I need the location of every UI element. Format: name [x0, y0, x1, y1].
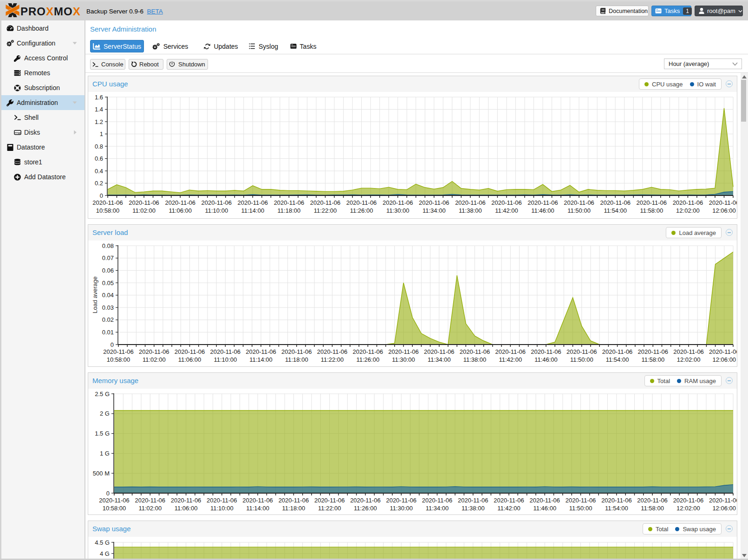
svg-text:11:18:00: 11:18:00	[278, 207, 301, 214]
svg-text:11:42:00: 11:42:00	[495, 207, 518, 214]
svg-text:11:34:00: 11:34:00	[426, 505, 449, 512]
svg-text:11:06:00: 11:06:00	[175, 505, 198, 512]
svg-text:4 G: 4 G	[100, 550, 110, 557]
svg-text:2020-11-06: 2020-11-06	[99, 497, 130, 504]
svg-text:11:02:00: 11:02:00	[138, 505, 162, 512]
svg-text:0.06: 0.06	[102, 267, 114, 274]
svg-text:12:02:00: 12:02:00	[676, 207, 700, 214]
svg-text:12:02:00: 12:02:00	[676, 505, 700, 512]
svg-text:11:42:00: 11:42:00	[499, 356, 522, 363]
svg-text:11:38:00: 11:38:00	[459, 207, 482, 214]
svg-text:2020-11-06: 2020-11-06	[566, 348, 597, 355]
svg-text:11:58:00: 11:58:00	[641, 356, 664, 363]
svg-text:2020-11-06: 2020-11-06	[460, 348, 490, 355]
svg-text:2020-11-06: 2020-11-06	[314, 497, 345, 504]
svg-text:2020-11-06: 2020-11-06	[317, 348, 348, 355]
svg-text:2020-11-06: 2020-11-06	[388, 348, 419, 355]
svg-text:2020-11-06: 2020-11-06	[238, 199, 268, 206]
svg-text:11:58:00: 11:58:00	[640, 207, 663, 214]
svg-text:11:46:00: 11:46:00	[531, 207, 554, 214]
svg-text:0.2: 0.2	[95, 180, 103, 187]
svg-text:2020-11-06: 2020-11-06	[527, 199, 558, 206]
svg-text:11:34:00: 11:34:00	[428, 356, 451, 363]
svg-text:2020-11-06: 2020-11-06	[202, 199, 232, 206]
svg-text:0.05: 0.05	[102, 280, 114, 287]
svg-text:1.4: 1.4	[95, 106, 103, 113]
svg-text:0.08: 0.08	[102, 242, 114, 249]
svg-text:11:10:00: 11:10:00	[210, 505, 234, 512]
svg-text:11:14:00: 11:14:00	[249, 356, 273, 363]
svg-text:2020-11-06: 2020-11-06	[210, 348, 241, 355]
svg-text:11:02:00: 11:02:00	[143, 356, 166, 363]
svg-text:11:22:00: 11:22:00	[321, 356, 344, 363]
svg-text:1: 1	[100, 130, 103, 137]
svg-text:2020-11-06: 2020-11-06	[310, 199, 341, 206]
svg-text:2020-11-06: 2020-11-06	[350, 497, 381, 504]
svg-text:2020-11-06: 2020-11-06	[637, 199, 667, 206]
svg-text:10:58:00: 10:58:00	[96, 207, 120, 214]
svg-text:11:10:00: 11:10:00	[205, 207, 228, 214]
svg-text:11:50:00: 11:50:00	[569, 505, 592, 512]
svg-text:11:14:00: 11:14:00	[246, 505, 269, 512]
svg-text:2020-11-06: 2020-11-06	[564, 199, 594, 206]
svg-text:0.01: 0.01	[102, 329, 114, 336]
svg-text:1.5 G: 1.5 G	[95, 430, 110, 437]
svg-text:2020-11-06: 2020-11-06	[709, 497, 737, 504]
svg-text:0.8: 0.8	[95, 143, 103, 150]
svg-text:11:30:00: 11:30:00	[392, 356, 415, 363]
svg-text:2020-11-06: 2020-11-06	[103, 348, 134, 355]
svg-text:1.6: 1.6	[95, 94, 103, 101]
svg-text:12:06:00: 12:06:00	[712, 356, 736, 363]
svg-text:2020-11-06: 2020-11-06	[494, 497, 524, 504]
svg-text:2020-11-06: 2020-11-06	[353, 348, 384, 355]
svg-text:2020-11-06: 2020-11-06	[207, 497, 237, 504]
svg-text:2020-11-06: 2020-11-06	[455, 199, 486, 206]
svg-text:11:46:00: 11:46:00	[534, 356, 558, 363]
svg-text:11:10:00: 11:10:00	[214, 356, 237, 363]
svg-text:2 G: 2 G	[100, 410, 110, 417]
svg-text:11:30:00: 11:30:00	[390, 505, 413, 512]
svg-text:2020-11-06: 2020-11-06	[383, 199, 413, 206]
svg-text:2020-11-06: 2020-11-06	[709, 348, 737, 355]
svg-text:12:02:00: 12:02:00	[677, 356, 701, 363]
svg-text:2020-11-06: 2020-11-06	[422, 497, 453, 504]
svg-text:2020-11-06: 2020-11-06	[491, 199, 522, 206]
svg-text:2020-11-06: 2020-11-06	[346, 199, 377, 206]
svg-text:11:18:00: 11:18:00	[285, 356, 308, 363]
svg-text:11:06:00: 11:06:00	[178, 356, 202, 363]
svg-text:11:34:00: 11:34:00	[423, 207, 446, 214]
svg-text:2020-11-06: 2020-11-06	[458, 497, 488, 504]
svg-text:11:18:00: 11:18:00	[282, 505, 306, 512]
svg-text:500 M: 500 M	[93, 470, 110, 477]
svg-text:1.2: 1.2	[95, 118, 103, 125]
svg-text:2020-11-06: 2020-11-06	[139, 348, 169, 355]
svg-text:2020-11-06: 2020-11-06	[246, 348, 276, 355]
svg-text:11:30:00: 11:30:00	[386, 207, 410, 214]
svg-text:2020-11-06: 2020-11-06	[92, 199, 123, 206]
svg-text:2020-11-06: 2020-11-06	[638, 348, 669, 355]
svg-text:11:38:00: 11:38:00	[462, 505, 485, 512]
svg-text:0.03: 0.03	[102, 304, 114, 311]
svg-text:11:46:00: 11:46:00	[533, 505, 556, 512]
svg-text:11:58:00: 11:58:00	[641, 505, 664, 512]
svg-text:2020-11-06: 2020-11-06	[566, 497, 596, 504]
svg-text:10:58:00: 10:58:00	[107, 356, 130, 363]
svg-text:0: 0	[100, 192, 103, 199]
svg-text:Load average: Load average	[91, 276, 98, 313]
svg-text:0.4: 0.4	[95, 168, 103, 175]
svg-text:2020-11-06: 2020-11-06	[386, 497, 416, 504]
svg-text:11:06:00: 11:06:00	[169, 207, 192, 214]
svg-text:2020-11-06: 2020-11-06	[424, 348, 455, 355]
svg-text:11:22:00: 11:22:00	[314, 207, 337, 214]
svg-text:2020-11-06: 2020-11-06	[242, 497, 273, 504]
svg-text:2020-11-06: 2020-11-06	[673, 348, 704, 355]
svg-text:2020-11-06: 2020-11-06	[600, 199, 631, 206]
svg-text:2020-11-06: 2020-11-06	[175, 348, 205, 355]
svg-text:11:50:00: 11:50:00	[567, 207, 591, 214]
svg-text:2020-11-06: 2020-11-06	[165, 199, 195, 206]
svg-text:11:42:00: 11:42:00	[497, 505, 520, 512]
svg-text:2020-11-06: 2020-11-06	[602, 348, 633, 355]
svg-text:2020-11-06: 2020-11-06	[279, 497, 309, 504]
svg-text:11:22:00: 11:22:00	[318, 505, 341, 512]
svg-text:2020-11-06: 2020-11-06	[281, 348, 312, 355]
